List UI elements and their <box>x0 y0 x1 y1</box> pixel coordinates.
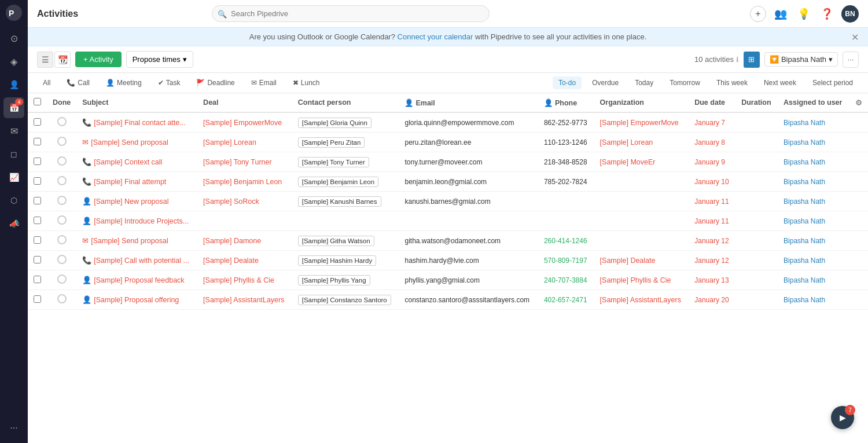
deal-link[interactable]: [Sample] Tony Turner <box>203 158 272 166</box>
row-checkbox[interactable] <box>34 236 41 244</box>
deal-link[interactable]: [Sample] Benjamin Leon <box>203 178 282 186</box>
subject-link[interactable]: [Sample] Proposal feedback <box>94 276 184 284</box>
done-checkbox[interactable] <box>57 176 67 185</box>
info-icon[interactable]: ℹ <box>736 56 739 64</box>
sidebar-item-leads[interactable]: ◻ <box>3 144 24 164</box>
assigned-value[interactable]: Bipasha Nath <box>784 217 825 225</box>
subject-link[interactable]: [Sample] Final attempt <box>94 178 166 186</box>
done-checkbox[interactable] <box>57 274 67 284</box>
app-logo[interactable]: P <box>6 5 22 21</box>
contact-tag[interactable]: [Sample] Benjamin Leon <box>298 177 378 187</box>
search-input[interactable] <box>212 5 490 22</box>
filter-email[interactable]: ✉ Email <box>245 76 282 89</box>
row-checkbox[interactable] <box>34 256 41 263</box>
lightbulb-icon[interactable]: 💡 <box>795 5 812 23</box>
select-all-checkbox[interactable] <box>34 98 41 105</box>
help-fab[interactable]: ▶ 7 <box>831 406 854 429</box>
header-email[interactable]: 👤Email <box>399 93 538 112</box>
contact-tag[interactable]: [Sample] Kanushi Barnes <box>298 196 381 207</box>
row-checkbox[interactable] <box>34 138 41 145</box>
sidebar-item-activities[interactable]: 📅 4 <box>3 97 24 118</box>
org-link[interactable]: [Sample] Lorean <box>600 138 653 147</box>
org-link[interactable]: [Sample] EmpowerMove <box>600 119 679 127</box>
filter-task[interactable]: ✔ Task <box>152 76 186 89</box>
subject-link[interactable]: [Sample] Final contact atte... <box>94 119 185 127</box>
done-checkbox[interactable] <box>57 235 67 244</box>
done-checkbox[interactable] <box>57 117 67 126</box>
deal-link[interactable]: [Sample] SoRock <box>203 197 259 206</box>
assigned-value[interactable]: Bipasha Nath <box>784 158 825 166</box>
sidebar-item-mail[interactable]: ✉ <box>3 120 24 141</box>
assigned-value[interactable]: Bipasha Nath <box>784 119 825 127</box>
subject-link[interactable]: [Sample] Send proposal <box>91 138 168 147</box>
sidebar-item-more[interactable]: ··· <box>3 418 24 438</box>
filter-meeting[interactable]: 👤 Meeting <box>100 76 148 89</box>
subject-link[interactable]: [Sample] Proposal offering <box>94 296 179 304</box>
filter-call[interactable]: 📞 Call <box>61 76 95 89</box>
header-subject[interactable]: Subject <box>76 93 197 112</box>
sidebar-item-contacts[interactable]: 👤 <box>3 74 24 95</box>
row-checkbox[interactable] <box>34 217 41 224</box>
period-todo[interactable]: To-do <box>553 76 582 89</box>
more-options-button[interactable]: ··· <box>843 52 859 68</box>
org-link[interactable]: [Sample] MoveEr <box>600 158 656 166</box>
list-view-button[interactable]: ☰ <box>37 52 53 68</box>
assigned-value[interactable]: Bipasha Nath <box>784 138 825 147</box>
assigned-value[interactable]: Bipasha Nath <box>784 237 825 245</box>
done-checkbox[interactable] <box>57 196 67 205</box>
row-checkbox[interactable] <box>34 118 41 126</box>
assigned-value[interactable]: Bipasha Nath <box>784 257 825 265</box>
done-checkbox[interactable] <box>57 137 67 146</box>
sidebar-item-reports[interactable]: 📈 <box>3 167 24 188</box>
filter-all[interactable]: All <box>37 76 56 89</box>
subject-link[interactable]: [Sample] Call with potential ... <box>94 257 189 265</box>
row-checkbox[interactable] <box>34 177 41 185</box>
period-select[interactable]: Select period <box>807 76 859 89</box>
banner-link[interactable]: Connect your calendar <box>398 32 473 41</box>
done-checkbox[interactable] <box>57 294 67 303</box>
sidebar-item-products[interactable]: ⬡ <box>3 190 24 211</box>
contact-tag[interactable]: [Sample] Constanzo Santoro <box>298 295 391 305</box>
assigned-value[interactable]: Bipasha Nath <box>784 296 825 304</box>
deal-link[interactable]: [Sample] Lorean <box>203 138 256 147</box>
period-today[interactable]: Today <box>629 76 659 89</box>
org-link[interactable]: [Sample] Phyllis & Cie <box>600 276 671 284</box>
propose-times-button[interactable]: Propose times ▾ <box>126 51 193 68</box>
user-avatar[interactable]: BN <box>841 5 859 23</box>
sidebar-item-deals[interactable]: ◈ <box>3 51 24 72</box>
deal-link[interactable]: [Sample] AssistantLayers <box>203 296 284 304</box>
assigned-value[interactable]: Bipasha Nath <box>784 276 825 284</box>
period-overdue[interactable]: Overdue <box>586 76 624 89</box>
subject-link[interactable]: [Sample] Introduce Projects... <box>94 217 189 225</box>
header-org[interactable]: Organization <box>594 93 689 112</box>
done-checkbox[interactable] <box>57 255 67 264</box>
help-icon[interactable]: ❓ <box>818 5 836 23</box>
deal-link[interactable]: [Sample] EmpowerMove <box>203 119 282 127</box>
banner-close-button[interactable]: ✕ <box>851 31 859 42</box>
row-checkbox[interactable] <box>34 158 41 165</box>
row-checkbox[interactable] <box>34 197 41 204</box>
subject-link[interactable]: [Sample] Context call <box>94 158 162 166</box>
done-checkbox[interactable] <box>57 156 67 166</box>
subject-link[interactable]: [Sample] New proposal <box>94 197 168 206</box>
filter-deadline[interactable]: 🚩 Deadline <box>190 76 240 89</box>
grid-view-button[interactable]: ⊞ <box>744 52 760 68</box>
header-assigned[interactable]: Assigned to user <box>778 93 849 112</box>
row-checkbox[interactable] <box>34 276 41 283</box>
org-link[interactable]: [Sample] AssistantLayers <box>600 296 681 304</box>
contact-tag[interactable]: [Sample] Gloria Quinn <box>298 118 372 128</box>
sidebar-item-campaigns[interactable]: 📣 <box>3 213 24 234</box>
contact-tag[interactable]: [Sample] Phyllis Yang <box>298 275 370 285</box>
contact-tag[interactable]: [Sample] Tony Turner <box>298 157 369 167</box>
deal-link[interactable]: [Sample] Damone <box>203 237 261 245</box>
done-checkbox[interactable] <box>57 215 67 225</box>
contact-tag[interactable]: [Sample] Peru Zitan <box>298 137 365 148</box>
contact-tag[interactable]: [Sample] Hashim Hardy <box>298 255 376 266</box>
user-filter[interactable]: 🔽 Bipasha Nath ▾ <box>764 52 838 67</box>
add-activity-button[interactable]: + Activity <box>75 52 122 67</box>
users-icon[interactable]: 👥 <box>772 5 789 23</box>
header-phone[interactable]: 👤Phone <box>538 93 594 112</box>
filter-lunch[interactable]: ✖ Lunch <box>287 76 326 89</box>
assigned-value[interactable]: Bipasha Nath <box>784 178 825 186</box>
header-deal[interactable]: Deal <box>197 93 292 112</box>
